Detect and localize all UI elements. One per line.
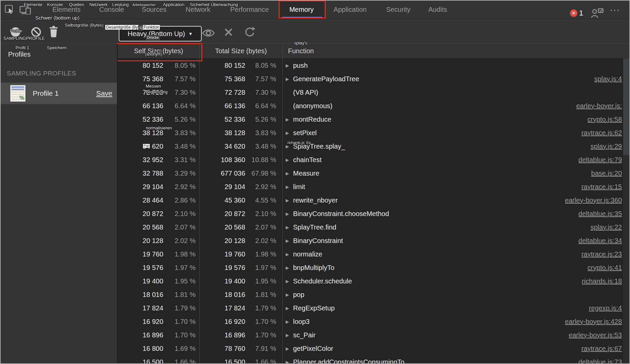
expand-arrow-icon[interactable]: ▶ <box>286 225 291 230</box>
table-row[interactable]: 19 5761.97 %19 5761.97 %▶bnpMultiplyTocr… <box>118 261 630 274</box>
total-size-bytes: 18 016 <box>200 291 245 299</box>
tab-performance[interactable]: Performance <box>230 0 269 19</box>
table-row[interactable]: 20 1282.02 %20 1282.02 %▶BinaryConstrain… <box>118 234 630 247</box>
self-size-bytes: 29 104 <box>118 183 163 191</box>
total-size-percent: 6.64 % <box>245 102 276 110</box>
scrollbar-thumb[interactable] <box>623 59 629 155</box>
total-size-bytes: 16 500 <box>200 358 245 364</box>
table-row[interactable]: 28 4642.86 %45 3604.55 %▶rewrite_nboyere… <box>118 193 630 207</box>
tab-elements[interactable]: Elements <box>52 0 80 19</box>
self-size-percent: 7.30 % <box>163 89 196 96</box>
tab-audits[interactable]: Audits <box>428 0 447 19</box>
expand-arrow-icon[interactable]: ▶ <box>286 238 291 243</box>
expand-arrow-icon[interactable]: ▶ <box>286 144 291 149</box>
total-size-percent: 2.10 % <box>245 210 276 218</box>
self-size-percent: 1.70 % <box>163 318 196 326</box>
error-count: 1 <box>579 9 583 18</box>
expand-arrow-icon[interactable]: ▶ <box>286 306 291 311</box>
save-profile-link[interactable]: Save <box>96 89 112 97</box>
remote-devices-person-icon[interactable] <box>591 8 604 18</box>
column-header-total-size[interactable]: Total Size (bytes) <box>200 44 283 58</box>
table-row[interactable]: 32 7883.29 %677 03667.98 %▶Measurebase.j… <box>118 166 630 180</box>
expand-arrow-icon[interactable]: ▶ <box>286 211 291 216</box>
total-size-percent: 10.88 % <box>245 156 276 164</box>
delete-trash-icon[interactable] <box>48 26 59 38</box>
source-location-link[interactable]: earley-boyer.js:53 <box>569 331 630 339</box>
total-size-bytes: 20 568 <box>200 223 245 231</box>
total-size-bytes: 19 400 <box>200 277 245 285</box>
column-header-function[interactable]: Function <box>283 44 630 58</box>
error-badge-icon[interactable]: ✕ <box>570 9 577 17</box>
more-options-icon[interactable]: ⋯ <box>610 4 621 16</box>
expand-arrow-icon[interactable]: ▶ <box>286 333 291 338</box>
table-row[interactable]: 16 8961.70 %16 8961.70 %▶sc_Pairearley-b… <box>118 328 630 342</box>
expand-arrow-icon[interactable]: ▶ <box>286 117 291 122</box>
table-row[interactable]: 29 1042.92 %29 1042.92 %▶limitraytrace.j… <box>118 180 630 193</box>
table-row[interactable]: 18 0161.81 %18 0161.81 %▶pop <box>118 288 630 301</box>
table-row[interactable]: 32 9523.31 %108 36010.88 %▶chainTestdelt… <box>118 153 630 166</box>
expand-arrow-icon[interactable]: ▶ <box>286 279 291 284</box>
expand-arrow-icon[interactable]: ▶ <box>286 346 291 351</box>
table-row[interactable]: 19 7601.98 %19 7601.98 %▶normalizeraytra… <box>118 247 630 261</box>
expand-arrow-icon[interactable]: ▶ <box>286 157 291 162</box>
expand-arrow-icon[interactable]: ▶ <box>286 319 291 324</box>
tab-memory[interactable]: Memory <box>289 0 314 19</box>
expand-arrow-icon[interactable]: ▶ <box>286 198 291 203</box>
expand-arrow-icon[interactable]: ▶ <box>286 63 291 68</box>
eye-icon[interactable] <box>202 28 215 38</box>
table-row[interactable]: 75 3687.57 %75 3687.57 %▶GeneratePayload… <box>118 72 630 86</box>
sampling-profiles-heading: SAMPLING PROFILES <box>7 70 76 77</box>
profile-list-item[interactable]: % Profile 1 Save <box>0 83 117 104</box>
self-size-percent: 2.10 % <box>163 210 196 218</box>
devtools-tab-bar: ElementsConsoleSourcesNetworkPerformance… <box>0 0 630 19</box>
profile-view-select[interactable]: Heavy (Bottom Up) ▼ <box>119 26 202 41</box>
source-location-link[interactable]: earley-boyer.js:360 <box>565 196 630 204</box>
total-size-percent: 7.57 % <box>245 75 276 83</box>
tab-sources[interactable]: Sources <box>142 0 166 19</box>
clear-block-icon[interactable] <box>31 27 41 37</box>
close-icon[interactable] <box>224 28 233 37</box>
table-row[interactable]: 72 7287.30 %72 7287.30 %▶(V8 API) <box>118 86 630 99</box>
expand-arrow-icon[interactable]: ▶ <box>286 130 291 135</box>
table-row[interactable]: 19 4001.95 %19 4001.95 %▶Scheduler.sched… <box>118 274 630 288</box>
self-size-bytes: 16 896 <box>118 331 163 339</box>
table-row[interactable]: 38 1283.83 %38 1283.83 %▶setPixelraytrac… <box>118 126 630 140</box>
table-row[interactable]: 20 8722.10 %20 8722.10 %▶BinaryConstrain… <box>118 207 630 220</box>
expand-arrow-icon[interactable]: ▶ <box>286 265 291 270</box>
table-row[interactable]: 17 8241.79 %17 8241.79 %▶RegExpSetuprege… <box>118 301 630 315</box>
tab-security[interactable]: Security <box>386 0 410 19</box>
total-size-bytes: 16 920 <box>200 318 245 326</box>
table-row[interactable]: 66 1366.64 %66 1366.64 %▶(anonymous)earl… <box>118 99 630 113</box>
refresh-icon[interactable] <box>244 26 255 38</box>
function-name: BinaryConstraint <box>293 237 343 245</box>
total-size-bytes: 52 336 <box>200 116 245 123</box>
expand-arrow-icon[interactable]: ▶ <box>286 360 291 364</box>
expand-arrow-icon[interactable]: ▶ <box>286 292 291 297</box>
self-size-percent: 3.29 % <box>163 170 196 177</box>
tab-network[interactable]: Network <box>185 0 210 19</box>
tab-application[interactable]: Application <box>334 0 367 19</box>
expand-arrow-icon[interactable]: ▶ <box>286 171 291 176</box>
column-header-self-size[interactable]: Self Size (bytes) <box>118 44 200 58</box>
table-row[interactable]: 20 5682.07 %20 5682.07 %▶SplayTree.finds… <box>118 220 630 234</box>
tab-console[interactable]: Console <box>99 0 124 19</box>
device-toolbar-icon[interactable] <box>20 5 31 14</box>
expand-arrow-icon[interactable]: ▶ <box>286 184 291 189</box>
self-size-percent: 1.79 % <box>163 304 196 312</box>
self-size-bytes: 18 016 <box>118 291 163 299</box>
expand-arrow-icon[interactable]: ▶ <box>286 252 291 257</box>
table-row[interactable]: 52 3365.26 %52 3365.26 %▶montReducecrypt… <box>118 113 630 126</box>
table-row[interactable]: 34 6203.48 %34 6203.48 %▶SplayTree.splay… <box>118 140 630 153</box>
total-size-percent: 67.98 % <box>245 170 276 177</box>
vertical-scrollbar[interactable] <box>622 58 630 364</box>
table-row[interactable]: 16 9201.70 %16 9201.70 %▶loop3earley-boy… <box>118 315 630 328</box>
source-location-link[interactable]: earley-boyer.js:428 <box>565 318 630 326</box>
function-name: loop3 <box>293 318 310 326</box>
expand-arrow-icon[interactable]: ▶ <box>286 77 291 82</box>
record-profile-icon[interactable] <box>10 27 21 37</box>
table-row[interactable]: 16 8001.69 %78 7607.91 %▶getPixelColorra… <box>118 342 630 355</box>
table-row[interactable]: 80 1528.05 %80 1528.05 %▶push <box>118 59 630 72</box>
total-size-bytes: 108 360 <box>200 156 245 164</box>
table-row[interactable]: 16 5001.66 %16 5001.66 %▶Planner.addCons… <box>118 355 630 364</box>
inspect-element-icon[interactable] <box>5 5 14 14</box>
